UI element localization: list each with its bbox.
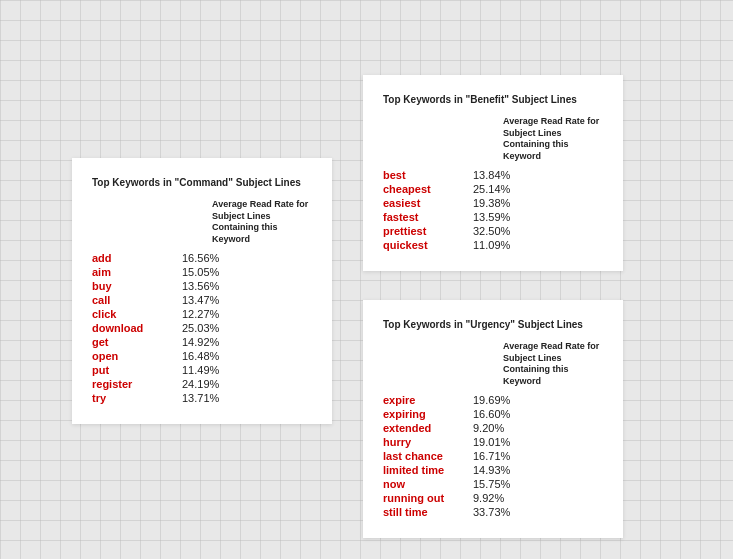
benefit-col-header: Average Read Rate for Subject Lines Cont… xyxy=(503,116,603,163)
keyword-label: now xyxy=(383,478,473,490)
urgency-card-title: Top Keywords in "Urgency" Subject Lines xyxy=(383,318,603,331)
rate-value: 12.27% xyxy=(182,308,262,320)
urgency-col-header: Average Read Rate for Subject Lines Cont… xyxy=(503,341,603,388)
rate-value: 16.71% xyxy=(473,450,553,462)
table-row: put11.49% xyxy=(92,364,312,376)
rate-value: 11.09% xyxy=(473,239,553,251)
rate-value: 16.60% xyxy=(473,408,553,420)
rate-value: 16.48% xyxy=(182,350,262,362)
keyword-label: limited time xyxy=(383,464,473,476)
benefit-card-title: Top Keywords in "Benefit" Subject Lines xyxy=(383,93,603,106)
rate-value: 14.92% xyxy=(182,336,262,348)
keyword-label: download xyxy=(92,322,182,334)
table-row: cheapest25.14% xyxy=(383,183,603,195)
table-row: last chance16.71% xyxy=(383,450,603,462)
table-row: download25.03% xyxy=(92,322,312,334)
benefit-rows: best13.84%cheapest25.14%easiest19.38%fas… xyxy=(383,169,603,251)
urgency-rows: expire19.69%expiring16.60%extended9.20%h… xyxy=(383,394,603,518)
command-rows: add16.56%aim15.05%buy13.56%call13.47%cli… xyxy=(92,252,312,404)
keyword-label: running out xyxy=(383,492,473,504)
table-row: register24.19% xyxy=(92,378,312,390)
rate-value: 14.93% xyxy=(473,464,553,476)
table-row: easiest19.38% xyxy=(383,197,603,209)
table-row: aim15.05% xyxy=(92,266,312,278)
rate-value: 9.92% xyxy=(473,492,553,504)
rate-value: 25.03% xyxy=(182,322,262,334)
rate-value: 19.69% xyxy=(473,394,553,406)
urgency-card: Top Keywords in "Urgency" Subject Lines … xyxy=(363,300,623,538)
keyword-label: extended xyxy=(383,422,473,434)
rate-value: 19.38% xyxy=(473,197,553,209)
table-row: open16.48% xyxy=(92,350,312,362)
keyword-label: fastest xyxy=(383,211,473,223)
command-card: Top Keywords in "Command" Subject Lines … xyxy=(72,158,332,424)
table-row: expiring16.60% xyxy=(383,408,603,420)
rate-value: 13.59% xyxy=(473,211,553,223)
table-row: now15.75% xyxy=(383,478,603,490)
keyword-label: add xyxy=(92,252,182,264)
keyword-label: quickest xyxy=(383,239,473,251)
rate-value: 19.01% xyxy=(473,436,553,448)
table-row: hurry19.01% xyxy=(383,436,603,448)
command-card-title: Top Keywords in "Command" Subject Lines xyxy=(92,176,312,189)
keyword-label: click xyxy=(92,308,182,320)
keyword-label: aim xyxy=(92,266,182,278)
table-row: click12.27% xyxy=(92,308,312,320)
rate-value: 11.49% xyxy=(182,364,262,376)
keyword-label: hurry xyxy=(383,436,473,448)
rate-value: 13.71% xyxy=(182,392,262,404)
table-row: fastest13.59% xyxy=(383,211,603,223)
table-row: try13.71% xyxy=(92,392,312,404)
keyword-label: cheapest xyxy=(383,183,473,195)
rate-value: 15.05% xyxy=(182,266,262,278)
keyword-label: put xyxy=(92,364,182,376)
keyword-label: buy xyxy=(92,280,182,292)
benefit-card: Top Keywords in "Benefit" Subject Lines … xyxy=(363,75,623,271)
table-row: quickest11.09% xyxy=(383,239,603,251)
keyword-label: expiring xyxy=(383,408,473,420)
rate-value: 32.50% xyxy=(473,225,553,237)
keyword-label: expire xyxy=(383,394,473,406)
command-col-header: Average Read Rate for Subject Lines Cont… xyxy=(212,199,312,246)
keyword-label: best xyxy=(383,169,473,181)
rate-value: 24.19% xyxy=(182,378,262,390)
keyword-label: prettiest xyxy=(383,225,473,237)
table-row: add16.56% xyxy=(92,252,312,264)
table-row: still time33.73% xyxy=(383,506,603,518)
table-row: call13.47% xyxy=(92,294,312,306)
rate-value: 25.14% xyxy=(473,183,553,195)
rate-value: 13.47% xyxy=(182,294,262,306)
table-row: get14.92% xyxy=(92,336,312,348)
rate-value: 15.75% xyxy=(473,478,553,490)
rate-value: 13.84% xyxy=(473,169,553,181)
keyword-label: still time xyxy=(383,506,473,518)
rate-value: 9.20% xyxy=(473,422,553,434)
rate-value: 13.56% xyxy=(182,280,262,292)
rate-value: 16.56% xyxy=(182,252,262,264)
table-row: prettiest32.50% xyxy=(383,225,603,237)
table-row: running out9.92% xyxy=(383,492,603,504)
table-row: buy13.56% xyxy=(92,280,312,292)
table-row: limited time14.93% xyxy=(383,464,603,476)
keyword-label: register xyxy=(92,378,182,390)
table-row: expire19.69% xyxy=(383,394,603,406)
rate-value: 33.73% xyxy=(473,506,553,518)
keyword-label: call xyxy=(92,294,182,306)
keyword-label: last chance xyxy=(383,450,473,462)
keyword-label: get xyxy=(92,336,182,348)
table-row: extended9.20% xyxy=(383,422,603,434)
keyword-label: easiest xyxy=(383,197,473,209)
keyword-label: try xyxy=(92,392,182,404)
keyword-label: open xyxy=(92,350,182,362)
table-row: best13.84% xyxy=(383,169,603,181)
